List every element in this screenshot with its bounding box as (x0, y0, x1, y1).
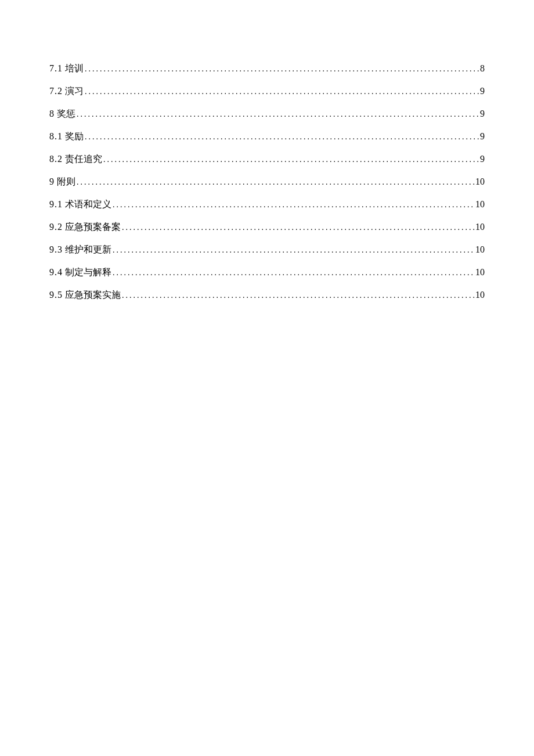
toc-entry: 7.2 演习 9 (49, 85, 485, 98)
toc-entry: 7.1 培训 8 (49, 63, 485, 75)
toc-entry-label: 9.1 术语和定义 (49, 199, 111, 211)
toc-page-number: 10 (475, 267, 485, 278)
toc-entry-label: 8.2 责任追究 (49, 153, 102, 165)
toc-entry-label: 9.2 应急预案备案 (49, 221, 121, 233)
toc-container: 7.1 培训 8 7.2 演习 9 8 奖惩 9 8.1 奖励 9 8.2 责任… (0, 0, 534, 301)
toc-page-number: 10 (475, 177, 485, 187)
toc-entry-label: 9.3 维护和更新 (49, 244, 111, 256)
toc-page-number: 10 (475, 222, 485, 232)
toc-entry-label: 9 附则 (49, 176, 75, 188)
toc-entry: 9 附则 10 (49, 176, 485, 188)
toc-leader-dots (111, 246, 475, 255)
toc-leader-dots (121, 291, 475, 300)
toc-leader-dots (121, 223, 475, 232)
toc-entry: 9.4 制定与解释 10 (49, 267, 485, 279)
toc-entry-label: 7.2 演习 (49, 85, 84, 98)
toc-entry: 9.1 术语和定义 10 (49, 199, 485, 211)
toc-entry-label: 7.1 培训 (49, 63, 84, 75)
toc-leader-dots (102, 155, 480, 164)
toc-page-number: 8 (480, 63, 485, 74)
toc-leader-dots (84, 64, 480, 74)
toc-leader-dots (75, 110, 480, 119)
toc-leader-dots (75, 178, 475, 187)
toc-page-number: 9 (480, 86, 485, 96)
toc-entry: 8.1 奖励 9 (49, 131, 485, 143)
toc-page-number: 9 (480, 109, 485, 119)
toc-entry: 8 奖惩 9 (49, 108, 485, 120)
toc-entry: 9.2 应急预案备案 10 (49, 221, 485, 233)
toc-entry: 9.3 维护和更新 10 (49, 244, 485, 256)
toc-entry-label: 8.1 奖励 (49, 131, 84, 143)
toc-page-number: 10 (475, 290, 485, 300)
toc-leader-dots (111, 200, 475, 210)
toc-entry-label: 8 奖惩 (49, 108, 75, 120)
toc-page-number: 10 (475, 244, 485, 255)
toc-page-number: 10 (475, 199, 485, 210)
toc-entry-label: 9.4 制定与解释 (49, 267, 111, 279)
toc-leader-dots (84, 132, 480, 142)
toc-entry: 8.2 责任追究 9 (49, 153, 485, 165)
toc-leader-dots (111, 268, 475, 278)
toc-leader-dots (84, 87, 480, 96)
toc-entry: 9.5 应急预案实施 10 (49, 289, 485, 301)
toc-page-number: 9 (480, 131, 485, 142)
toc-entry-label: 9.5 应急预案实施 (49, 289, 121, 301)
toc-page-number: 9 (480, 154, 485, 164)
